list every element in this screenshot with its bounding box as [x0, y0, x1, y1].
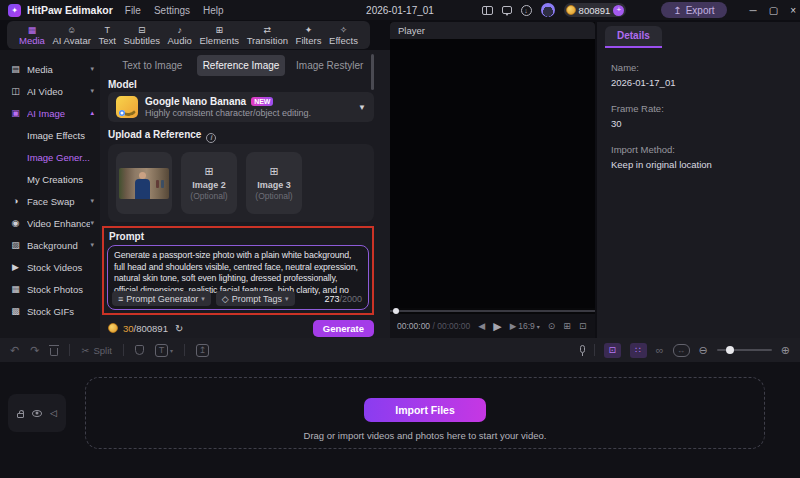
add-credits-button[interactable]: +: [613, 5, 624, 16]
credits-badge[interactable]: 800891 +: [564, 3, 627, 17]
tab-image-restyler[interactable]: Image Restyler: [285, 55, 374, 76]
stock-photos-icon: ▦: [9, 284, 22, 294]
app-logo-icon: ✦: [8, 4, 21, 17]
text-tool-button[interactable]: T ▾: [155, 344, 173, 357]
prompt-tags-button[interactable]: ◇ Prompt Tags ▾: [216, 291, 295, 306]
app-window: ✦ HitPaw Edimakor File Settings Help 202…: [0, 0, 800, 478]
export-icon: ↥: [673, 5, 681, 16]
delete-icon[interactable]: [50, 348, 58, 356]
prompt-input[interactable]: Generate a passport-size photo with a pl…: [107, 245, 369, 310]
download-icon[interactable]: ↓: [521, 5, 532, 16]
menu-help[interactable]: Help: [203, 5, 224, 16]
fit-timeline-icon[interactable]: ↔: [673, 344, 690, 357]
background-icon: ▨: [9, 240, 22, 250]
reference-slot-1[interactable]: [116, 152, 172, 214]
model-selector[interactable]: Google Nano Banana NEW Highly consistent…: [108, 92, 374, 122]
ribbon-tab-ai-avatar[interactable]: ☺ AI Avatar: [52, 25, 90, 46]
tag-icon: ◇: [222, 294, 229, 304]
fullscreen-icon[interactable]: ⊡: [579, 321, 587, 331]
layout-panels-icon[interactable]: [482, 6, 493, 15]
next-frame-icon[interactable]: ▶: [510, 321, 517, 331]
sidebar-item-stock-photos[interactable]: ▦ Stock Photos: [0, 278, 100, 300]
info-icon[interactable]: i: [206, 133, 216, 143]
sidebar-item-label: Stock GIFs: [27, 306, 94, 317]
user-avatar[interactable]: [541, 3, 555, 17]
generate-button[interactable]: Generate: [313, 320, 374, 337]
previous-frame-icon[interactable]: ◀: [478, 321, 485, 331]
ribbon-tab-audio[interactable]: ♪ Audio: [168, 25, 192, 46]
video-preview[interactable]: [390, 39, 595, 308]
timeline-zoom-slider[interactable]: [717, 349, 772, 351]
field-label-name: Name:: [611, 62, 792, 73]
new-badge: NEW: [251, 97, 273, 106]
zoom-out-icon[interactable]: ⊖: [699, 344, 708, 357]
menu-file[interactable]: File: [125, 5, 141, 16]
minimize-button[interactable]: ─: [750, 5, 757, 16]
link-clips-icon[interactable]: ∞: [656, 345, 664, 356]
sidebar-item-media[interactable]: ▤ Media ▾: [0, 58, 100, 80]
mask-icon[interactable]: [135, 345, 144, 355]
ribbon-tab-transition[interactable]: ⇄ Transition: [247, 25, 288, 46]
ai-image-icon: ▣: [9, 108, 22, 118]
panel-scrollbar[interactable]: [371, 54, 374, 90]
close-button[interactable]: ×: [790, 5, 796, 16]
sidebar-item-stock-videos[interactable]: ▶ Stock Videos: [0, 256, 100, 278]
ribbon-tab-label: Text: [98, 36, 115, 46]
ribbon-tab-effects[interactable]: ✧ Effects: [329, 25, 358, 46]
snapshot-icon[interactable]: ⊙: [548, 321, 556, 331]
refresh-icon[interactable]: ↻: [175, 323, 183, 334]
split-button[interactable]: ✂ Split: [81, 345, 111, 356]
split-screen-icon[interactable]: ⊞: [563, 321, 571, 331]
compound-clip-icon[interactable]: ↥: [196, 344, 209, 357]
face-swap-icon: ◑: [9, 196, 22, 206]
export-button[interactable]: ↥ Export: [661, 2, 726, 18]
sidebar-item-image-generator[interactable]: Image Gener...: [0, 146, 100, 168]
redo-icon[interactable]: ↷: [30, 345, 39, 356]
undo-icon[interactable]: ↶: [10, 345, 19, 356]
scrubber-track: [390, 310, 595, 312]
sidebar-item-video-enhancer[interactable]: ◉ Video Enhancer ▾: [0, 212, 100, 234]
ribbon-tab-media[interactable]: ▦ Media: [19, 25, 45, 46]
tab-reference-image[interactable]: Reference Image: [197, 55, 286, 76]
lock-icon[interactable]: [17, 413, 24, 418]
text-icon: T: [104, 25, 110, 35]
sidebar-item-face-swap[interactable]: ◑ Face Swap ▾: [0, 190, 100, 212]
sidebar-item-image-effects[interactable]: Image Effects: [0, 124, 100, 146]
play-icon[interactable]: ▶: [493, 320, 501, 333]
sidebar-item-ai-image[interactable]: ▣ AI Image ▴: [0, 102, 100, 124]
menu-settings[interactable]: Settings: [154, 5, 190, 16]
ribbon-tab-filters[interactable]: ✦ Filters: [296, 25, 322, 46]
maximize-button[interactable]: ▢: [769, 5, 778, 16]
ribbon-tab-label: AI Avatar: [52, 36, 90, 46]
sidebar-item-stock-gifs[interactable]: ▩ Stock GIFs: [0, 300, 100, 322]
zoom-in-icon[interactable]: ⊕: [781, 344, 790, 357]
auto-snap-toggle[interactable]: ∷: [630, 343, 647, 358]
prompt-generator-button[interactable]: ≡ Prompt Generator ▾: [112, 291, 211, 306]
feedback-icon[interactable]: [502, 6, 512, 14]
tab-details[interactable]: Details: [605, 26, 662, 48]
upload-label: Upload a Reference: [108, 129, 201, 140]
media-dropzone[interactable]: Import Files Drag or import videos and p…: [85, 377, 765, 449]
sidebar-item-ai-video[interactable]: ◫ AI Video ▾: [0, 80, 100, 102]
transition-icon: ⇄: [264, 25, 272, 35]
visibility-icon[interactable]: [32, 410, 42, 417]
reference-slot-3[interactable]: ⊞ Image 3 (Optional): [246, 152, 302, 214]
zoom-slider-knob[interactable]: [726, 346, 734, 354]
ribbon-tab-text[interactable]: T Text: [98, 25, 115, 46]
chevron-down-icon: ▾: [537, 323, 540, 330]
link-preview-toggle[interactable]: ⊡: [604, 343, 621, 358]
speaker-icon[interactable]: ◁: [50, 408, 57, 418]
sidebar-item-background[interactable]: ▨ Background ▾: [0, 234, 100, 256]
chevron-down-icon: ▾: [90, 219, 94, 227]
reference-slot-2[interactable]: ⊞ Image 2 (Optional): [181, 152, 237, 214]
player-controls: 00:00:00 / 00:00:00 ◀ ▶ ▶ 16:9 ▾ ⊙ ⊞ ⊡: [390, 314, 595, 338]
sidebar-item-my-creations[interactable]: My Creations: [0, 168, 100, 190]
microphone-icon[interactable]: [580, 345, 585, 353]
chevron-down-icon: ▾: [201, 295, 205, 303]
ribbon-tab-elements[interactable]: ⊞ Elements: [199, 25, 239, 46]
sidebar-item-label: Image Effects: [27, 130, 85, 141]
ribbon-tab-subtitles[interactable]: ⊟ Subtitles: [123, 25, 159, 46]
import-files-button[interactable]: Import Files: [364, 398, 486, 422]
aspect-ratio-select[interactable]: ▶ 16:9 ▾: [510, 321, 540, 331]
tab-text-to-image[interactable]: Text to Image: [108, 55, 197, 76]
